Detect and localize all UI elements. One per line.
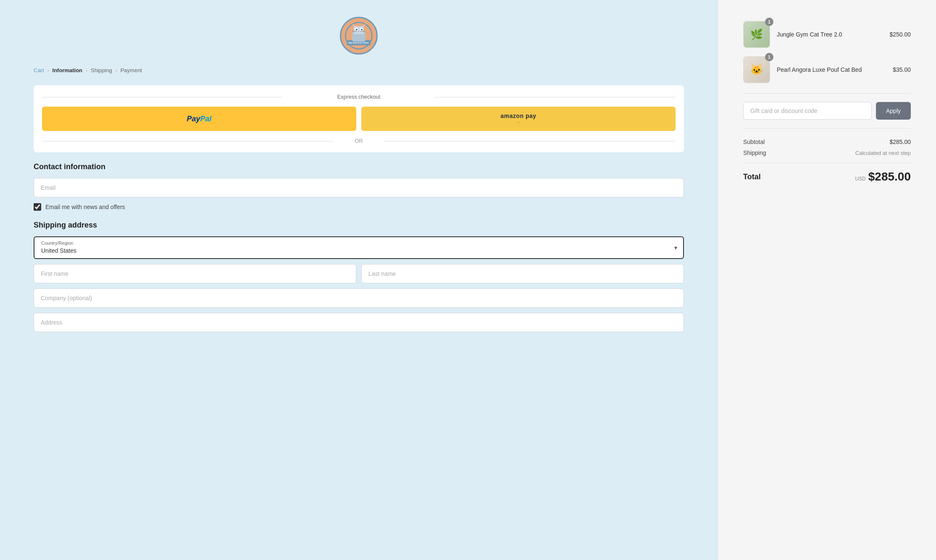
svg-point-10 [361,29,363,30]
country-label: Country/Region [34,237,683,246]
item-2-name: Pearl Angora Luxe Pouf Cat Bed [777,66,886,73]
email-group [34,178,684,197]
total-label: Total [743,173,761,181]
order-item-2: 🐱 1 Pearl Angora Luxe Pouf Cat Bed $35.0… [743,56,911,83]
shipping-totals-value: Calculated at next step [855,150,911,156]
breadcrumb-sep-1: › [47,68,49,73]
breadcrumb-payment: Payment [121,67,142,73]
breadcrumb-sep-2: › [86,68,87,73]
paypal-button[interactable]: PayPal [42,107,356,131]
express-checkout-title: Express checkout [42,94,676,100]
item-1-name: Jungle Gym Cat Tree 2.0 [777,31,883,38]
svg-rect-4 [354,26,364,34]
contact-section: Contact information Email me with news a… [34,162,684,211]
subtotal-value: $285.00 [889,139,911,145]
breadcrumb-shipping: Shipping [91,67,112,73]
company-group [34,288,684,308]
amazon-pay-button[interactable]: amazon pay ⌢ [361,107,676,131]
right-panel: 🌿 1 Jungle Gym Cat Tree 2.0 $250.00 🐱 1 … [718,0,936,560]
total-value-wrapper: USD $285.00 [855,170,911,183]
breadcrumb-cart[interactable]: Cart [34,67,44,73]
contact-title: Contact information [34,162,684,171]
item-1-image-wrapper: 🌿 1 [743,21,770,48]
total-row: Total USD $285.00 [743,170,911,183]
newsletter-label: Email me with news and offers [45,204,125,210]
first-name-field[interactable] [34,264,356,283]
item-2-image-wrapper: 🐱 1 [743,56,770,83]
item-2-badge: 1 [765,53,773,61]
breadcrumb: Cart › Information › Shipping › Payment [34,67,684,73]
total-currency: USD [855,176,865,182]
item-1-image: 🌿 [743,21,770,48]
address-field[interactable] [34,313,684,332]
order-items: 🌿 1 Jungle Gym Cat Tree 2.0 $250.00 🐱 1 … [743,21,911,83]
or-divider: OR [42,138,676,144]
newsletter-checkbox[interactable] [34,203,41,211]
discount-row: Apply [743,93,911,128]
country-select[interactable]: United States Canada United Kingdom [34,246,683,258]
breadcrumb-sep-3: › [116,68,117,73]
subtotal-row: Subtotal $285.00 [743,139,911,145]
company-field[interactable] [34,288,684,308]
last-name-field[interactable] [361,264,684,283]
svg-point-9 [356,29,358,30]
shipping-title: Shipping address [34,221,684,230]
logo: MEOWINGTONS [340,17,378,55]
name-row [34,264,684,283]
country-select-wrapper: Country/Region United States Canada Unit… [34,236,684,259]
address-group [34,313,684,332]
item-1-price: $250.00 [889,31,911,38]
email-field[interactable] [34,178,684,197]
shipping-totals-label: Shipping [743,149,766,156]
shipping-section: Shipping address Country/Region United S… [34,221,684,332]
order-item-1: 🌿 1 Jungle Gym Cat Tree 2.0 $250.00 [743,21,911,48]
shipping-row: Shipping Calculated at next step [743,149,911,156]
left-panel: MEOWINGTONS [0,0,718,560]
total-amount: $285.00 [868,170,911,183]
logo-container: MEOWINGTONS [34,17,684,55]
subtotal-label: Subtotal [743,139,765,145]
item-1-badge: 1 [765,18,773,26]
breadcrumb-information: Information [53,67,83,73]
item-2-image: 🐱 [743,56,770,83]
totals-divider [743,163,911,163]
newsletter-row: Email me with news and offers [34,203,684,211]
express-buttons: PayPal amazon pay ⌢ [42,107,676,131]
discount-input[interactable] [743,102,872,120]
express-checkout-section: Express checkout PayPal amazon pay ⌢ OR [34,85,684,152]
apply-button[interactable]: Apply [876,102,911,120]
svg-text:MEOWINGTONS: MEOWINGTONS [349,42,369,44]
item-2-price: $35.00 [893,66,911,73]
